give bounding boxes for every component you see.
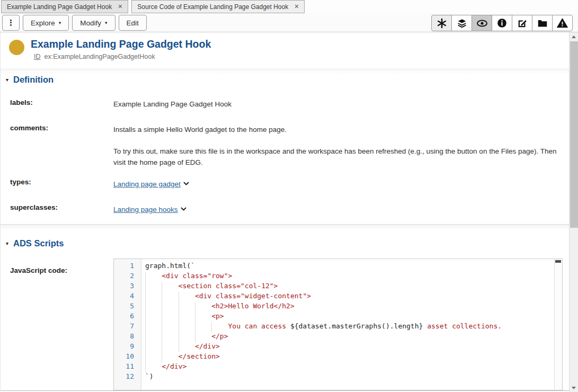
tab-bar: Example Landing Page Gadget Hook ✕ Sourc…	[0, 0, 578, 13]
indent-guide	[195, 312, 211, 322]
superclasses-link[interactable]: Landing page hooks	[113, 206, 178, 213]
code-line: </p>	[145, 332, 562, 342]
labels-label: labels:	[10, 99, 33, 106]
indent-guide	[162, 342, 178, 352]
code-line: <section class="col-12">	[145, 282, 562, 292]
page-scrollbar[interactable]	[569, 32, 578, 392]
comments-paragraph-1: Installs a simple Hello World gadget to …	[113, 124, 287, 135]
code-line: </div>	[145, 342, 562, 352]
layers-button[interactable]	[451, 15, 472, 31]
line-number: 7	[114, 322, 141, 332]
tab-source-code[interactable]: Source Code of Example Landing Page Gadg…	[131, 0, 305, 13]
labels-value: Example Landing Page Gadget Hook	[113, 99, 232, 110]
chevron-down-icon[interactable]	[181, 203, 186, 215]
page-scrollbar-thumb[interactable]	[570, 41, 578, 228]
code-line: </div>	[145, 362, 562, 372]
asterisk-button[interactable]	[431, 15, 452, 31]
indent-guide	[145, 282, 162, 292]
toolbar-right-group	[431, 15, 573, 31]
warning-button[interactable]	[552, 15, 573, 31]
collapse-triangle-icon[interactable]: ▾	[6, 77, 8, 83]
caret-down-icon: ▾	[59, 21, 61, 25]
code-line: <div class="widget-content">	[145, 292, 562, 302]
modify-button[interactable]: Modify ▾	[72, 15, 115, 31]
line-number: 8	[114, 332, 141, 342]
types-value: Landing page gadget	[113, 178, 189, 190]
code-editor-scrollbar[interactable]	[554, 259, 562, 390]
indent-guide	[162, 282, 178, 292]
indent-guide	[211, 322, 228, 332]
edit-button[interactable]: Edit	[119, 15, 147, 31]
main-content: Example Landing Page Gadget Hook IDex:Ex…	[0, 32, 570, 391]
explore-button[interactable]: Explore ▾	[23, 15, 69, 31]
types-link[interactable]: Landing page gadget	[113, 180, 181, 188]
code-editor-scrollbar-thumb[interactable]	[555, 260, 561, 263]
indent-guide	[179, 322, 195, 332]
folder-icon	[537, 17, 548, 29]
code-editor-gutter: 123456789101112	[114, 259, 141, 390]
id-label[interactable]: ID	[34, 53, 41, 60]
comments-label: comments:	[10, 124, 48, 132]
code-line: graph.html(`	[145, 262, 562, 272]
definition-section-title: Definition	[13, 75, 54, 85]
close-icon[interactable]: ✕	[294, 3, 299, 10]
line-number: 10	[114, 352, 141, 362]
collapse-triangle-icon[interactable]: ▾	[6, 241, 8, 246]
edit-note-button[interactable]	[512, 15, 532, 31]
code-editor[interactable]: 123456789101112 graph.html(`<div class="…	[113, 259, 563, 390]
line-number: 3	[114, 282, 141, 292]
ads-scripts-section-header[interactable]: ▾ ADS Scripts	[6, 238, 64, 248]
toolbar-left-group: ⋮ Explore ▾ Modify ▾ Edit	[2, 15, 147, 31]
javascript-code-label: JavaScript code:	[10, 266, 67, 274]
tab-example-landing-page-gadget-hook[interactable]: Example Landing Page Gadget Hook ✕	[1, 0, 128, 13]
explore-label: Explore	[31, 19, 55, 27]
kebab-menu-button[interactable]: ⋮	[2, 15, 20, 31]
indent-guide	[162, 292, 178, 302]
info-button[interactable]	[492, 15, 512, 31]
eye-button[interactable]	[472, 15, 492, 31]
superclasses-label: superclasses:	[10, 203, 58, 211]
line-number: 12	[114, 372, 141, 382]
indent-guide	[179, 312, 195, 322]
line-number: 9	[114, 342, 141, 352]
code-line: <p>	[145, 312, 562, 322]
close-icon[interactable]: ✕	[118, 3, 122, 10]
folder-button[interactable]	[532, 15, 553, 31]
toolbar: ⋮ Explore ▾ Modify ▾ Edit	[0, 13, 578, 32]
tab-label: Source Code of Example Landing Page Gadg…	[137, 3, 288, 11]
code-line: <div class="row">	[145, 272, 562, 282]
chevron-down-icon[interactable]	[183, 178, 189, 189]
indent-guide	[145, 312, 162, 322]
indent-guide	[145, 272, 162, 282]
indent-guide	[162, 352, 178, 362]
section-divider	[1, 224, 569, 230]
indent-guide	[179, 302, 195, 312]
definition-section-header[interactable]: ▾ Definition	[6, 75, 54, 85]
line-number: 5	[114, 302, 141, 312]
indent-guide	[162, 302, 178, 312]
asterisk-icon	[435, 17, 448, 30]
indent-guide	[179, 332, 195, 342]
indent-guide	[145, 292, 162, 302]
scroll-up-icon[interactable]	[570, 32, 578, 41]
indent-guide	[145, 302, 162, 312]
code-editor-content[interactable]: graph.html(`<div class="row"><section cl…	[141, 259, 562, 390]
indent-guide	[145, 352, 162, 362]
scroll-down-icon[interactable]	[570, 384, 578, 392]
line-number: 1	[114, 262, 141, 272]
indent-guide	[195, 322, 211, 332]
kebab-icon: ⋮	[7, 18, 15, 28]
resource-id: IDex:ExampleLandingPageGadgetHook	[34, 53, 155, 60]
comments-paragraph-2: To try this out, make sure this file is …	[113, 146, 561, 168]
section-divider	[1, 69, 569, 75]
info-icon	[496, 17, 508, 29]
layers-icon	[456, 17, 468, 29]
indent-guide	[179, 292, 195, 302]
indent-guide	[195, 332, 211, 342]
page-title: Example Landing Page Gadget Hook	[31, 38, 211, 50]
superclasses-value: Landing page hooks	[113, 203, 186, 215]
code-line: </section>	[145, 352, 562, 362]
indent-guide	[145, 362, 162, 372]
warning-icon	[556, 17, 568, 29]
id-value: ex:ExampleLandingPageGadgetHook	[45, 53, 155, 60]
